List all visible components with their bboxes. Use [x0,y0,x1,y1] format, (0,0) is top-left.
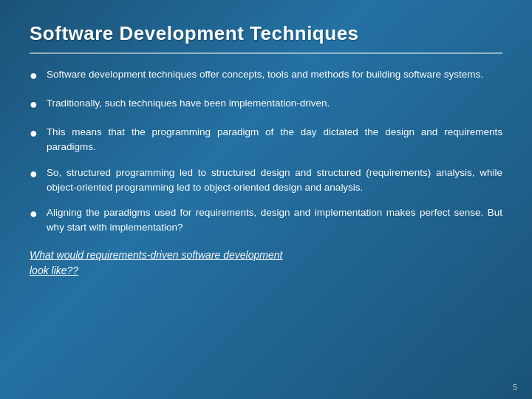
bullet-text-3: This means that the programming paradigm… [47,125,502,155]
bullet-text-2: Traditionally, such techniques have been… [47,96,502,111]
bullet-item-2: ● Traditionally, such techniques have be… [30,96,502,115]
closing-question: What would requirements-driven software … [30,248,502,279]
bullet-item-1: ● Software development techniques offer … [30,67,502,86]
bullet-text-5: Aligning the paradigms used for requirem… [47,205,502,236]
bullet-text-4: So, structured programming led to struct… [47,166,502,196]
bullet-dot-3: ● [30,123,38,143]
bullet-dot-5: ● [30,204,38,224]
bullet-item-5: ● Aligning the paradigms used for requir… [30,205,502,236]
bullet-dot-1: ● [30,66,38,86]
closing-question-line1: What would requirements-driven software … [30,248,502,263]
bullet-item-4: ● So, structured programming led to stru… [30,166,502,196]
bullet-list: ● Software development techniques offer … [30,67,502,236]
slide: Software Development Techniques ● Softwa… [0,0,532,399]
bullet-dot-2: ● [30,95,38,115]
bullet-item-3: ● This means that the programming paradi… [30,125,502,155]
bullet-text-1: Software development techniques offer co… [47,67,502,82]
title-container: Software Development Techniques [30,22,502,54]
page-number: 5 [513,383,517,392]
bullet-dot-4: ● [30,164,38,184]
slide-title: Software Development Techniques [30,22,502,45]
closing-question-line2: look like?? [30,263,502,279]
